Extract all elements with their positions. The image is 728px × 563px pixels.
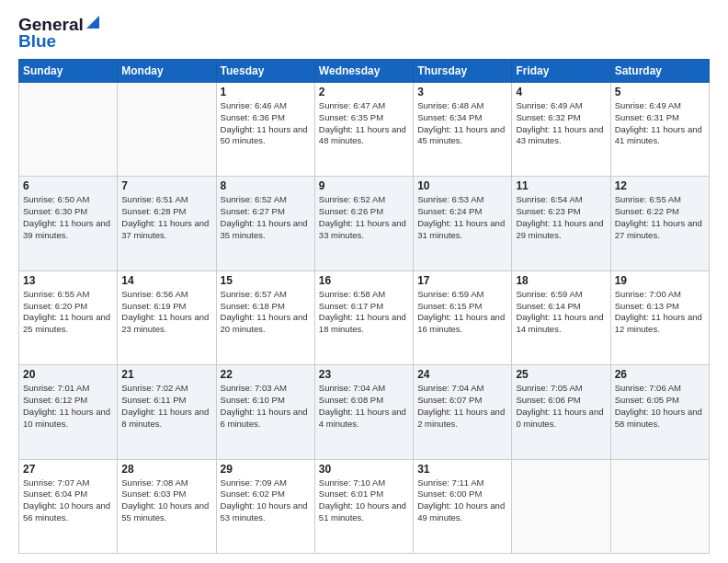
sunset-text: Sunset: 6:22 PM bbox=[615, 206, 679, 216]
day-number: 9 bbox=[319, 179, 409, 192]
sunrise-text: Sunrise: 7:06 AM bbox=[615, 383, 681, 393]
sunrise-text: Sunrise: 7:09 AM bbox=[221, 477, 287, 488]
cell-data: Sunrise: 6:55 AMSunset: 6:20 PMDaylight:… bbox=[23, 289, 113, 336]
daylight-text: Daylight: 11 hours and 29 minutes. bbox=[516, 218, 603, 240]
daylight-text: Daylight: 11 hours and 20 minutes. bbox=[221, 312, 308, 334]
daylight-text: Daylight: 11 hours and 35 minutes. bbox=[221, 218, 308, 240]
day-number: 27 bbox=[23, 463, 113, 476]
sunset-text: Sunset: 6:06 PM bbox=[516, 395, 580, 405]
cell-data: Sunrise: 7:09 AMSunset: 6:02 PMDaylight:… bbox=[221, 477, 311, 524]
sunrise-text: Sunrise: 6:58 AM bbox=[319, 289, 385, 299]
daylight-text: Daylight: 11 hours and 16 minutes. bbox=[417, 312, 505, 334]
sunrise-text: Sunrise: 6:55 AM bbox=[23, 289, 89, 299]
day-number: 23 bbox=[319, 368, 409, 381]
sunrise-text: Sunrise: 7:03 AM bbox=[221, 383, 287, 393]
daylight-text: Daylight: 11 hours and 41 minutes. bbox=[615, 124, 702, 146]
calendar-cell: 4Sunrise: 6:49 AMSunset: 6:32 PMDaylight… bbox=[512, 83, 610, 177]
day-number: 18 bbox=[516, 274, 606, 287]
calendar-cell: 9Sunrise: 6:52 AMSunset: 6:26 PMDaylight… bbox=[314, 177, 413, 270]
cell-data: Sunrise: 6:54 AMSunset: 6:23 PMDaylight:… bbox=[516, 194, 606, 241]
day-number: 28 bbox=[121, 463, 211, 476]
calendar-table: SundayMondayTuesdayWednesdayThursdayFrid… bbox=[18, 59, 710, 554]
daylight-text: Daylight: 11 hours and 31 minutes. bbox=[417, 218, 505, 240]
cell-data: Sunrise: 6:52 AMSunset: 6:26 PMDaylight:… bbox=[319, 194, 409, 241]
cell-data: Sunrise: 6:50 AMSunset: 6:30 PMDaylight:… bbox=[23, 194, 113, 241]
sunset-text: Sunset: 6:19 PM bbox=[121, 301, 186, 311]
calendar-cell bbox=[610, 459, 709, 553]
sunrise-text: Sunrise: 6:56 AM bbox=[121, 289, 188, 299]
calendar-week-row: 13Sunrise: 6:55 AMSunset: 6:20 PMDayligh… bbox=[19, 270, 710, 364]
calendar-cell bbox=[19, 83, 118, 177]
cell-data: Sunrise: 7:06 AMSunset: 6:05 PMDaylight:… bbox=[615, 383, 705, 430]
daylight-text: Daylight: 11 hours and 12 minutes. bbox=[615, 312, 702, 334]
cell-data: Sunrise: 7:04 AMSunset: 6:08 PMDaylight:… bbox=[319, 383, 409, 430]
cell-data: Sunrise: 6:56 AMSunset: 6:19 PMDaylight:… bbox=[121, 289, 211, 336]
day-number: 13 bbox=[23, 274, 113, 287]
sunset-text: Sunset: 6:00 PM bbox=[417, 488, 482, 499]
calendar-cell: 1Sunrise: 6:46 AMSunset: 6:36 PMDaylight… bbox=[216, 83, 314, 177]
day-number: 8 bbox=[221, 179, 311, 192]
day-number: 5 bbox=[615, 86, 705, 98]
sunset-text: Sunset: 6:26 PM bbox=[319, 206, 383, 216]
sunset-text: Sunset: 6:17 PM bbox=[319, 301, 383, 311]
daylight-text: Daylight: 11 hours and 27 minutes. bbox=[615, 218, 702, 240]
day-number: 24 bbox=[417, 368, 507, 381]
day-number: 6 bbox=[23, 179, 113, 192]
calendar-cell: 28Sunrise: 7:08 AMSunset: 6:03 PMDayligh… bbox=[118, 459, 216, 553]
cell-data: Sunrise: 7:03 AMSunset: 6:10 PMDaylight:… bbox=[221, 383, 311, 430]
sunrise-text: Sunrise: 7:02 AM bbox=[121, 383, 188, 393]
cell-data: Sunrise: 6:49 AMSunset: 6:32 PMDaylight:… bbox=[516, 100, 606, 147]
sunrise-text: Sunrise: 6:50 AM bbox=[23, 194, 89, 204]
daylight-text: Daylight: 10 hours and 49 minutes. bbox=[417, 500, 505, 523]
daylight-text: Daylight: 10 hours and 56 minutes. bbox=[23, 500, 110, 523]
daylight-text: Daylight: 11 hours and 50 minutes. bbox=[221, 124, 308, 146]
sunrise-text: Sunrise: 7:04 AM bbox=[319, 383, 385, 393]
cell-data: Sunrise: 6:58 AMSunset: 6:17 PMDaylight:… bbox=[319, 289, 409, 336]
sunset-text: Sunset: 6:13 PM bbox=[615, 301, 679, 311]
daylight-text: Daylight: 11 hours and 48 minutes. bbox=[319, 124, 406, 146]
day-number: 25 bbox=[516, 368, 606, 381]
day-number: 10 bbox=[417, 179, 507, 192]
sunset-text: Sunset: 6:10 PM bbox=[221, 395, 285, 405]
sunset-text: Sunset: 6:31 PM bbox=[615, 112, 679, 122]
day-of-week-header: Tuesday bbox=[216, 60, 314, 83]
calendar-cell: 23Sunrise: 7:04 AMSunset: 6:08 PMDayligh… bbox=[314, 365, 413, 459]
day-number: 22 bbox=[221, 368, 311, 381]
calendar-cell: 25Sunrise: 7:05 AMSunset: 6:06 PMDayligh… bbox=[512, 365, 610, 459]
sunset-text: Sunset: 6:04 PM bbox=[23, 488, 87, 499]
day-number: 17 bbox=[417, 274, 507, 287]
daylight-text: Daylight: 10 hours and 55 minutes. bbox=[121, 500, 209, 523]
sunset-text: Sunset: 6:23 PM bbox=[516, 206, 580, 216]
day-of-week-header: Monday bbox=[118, 60, 216, 83]
sunset-text: Sunset: 6:02 PM bbox=[221, 488, 285, 499]
sunset-text: Sunset: 6:28 PM bbox=[121, 206, 186, 216]
sunset-text: Sunset: 6:20 PM bbox=[23, 301, 87, 311]
calendar-cell: 29Sunrise: 7:09 AMSunset: 6:02 PMDayligh… bbox=[216, 459, 314, 553]
day-number: 20 bbox=[23, 368, 113, 381]
cell-data: Sunrise: 6:47 AMSunset: 6:35 PMDaylight:… bbox=[319, 100, 409, 147]
calendar-cell: 20Sunrise: 7:01 AMSunset: 6:12 PMDayligh… bbox=[19, 365, 118, 459]
logo-blue-text: Blue bbox=[18, 31, 56, 52]
day-number: 7 bbox=[121, 179, 211, 192]
calendar-cell: 19Sunrise: 7:00 AMSunset: 6:13 PMDayligh… bbox=[610, 270, 709, 364]
day-number: 31 bbox=[417, 463, 507, 476]
sunrise-text: Sunrise: 6:53 AM bbox=[417, 194, 483, 204]
daylight-text: Daylight: 11 hours and 4 minutes. bbox=[319, 407, 406, 429]
calendar-cell: 6Sunrise: 6:50 AMSunset: 6:30 PMDaylight… bbox=[19, 177, 118, 270]
sunset-text: Sunset: 6:36 PM bbox=[221, 112, 285, 122]
calendar-cell bbox=[512, 459, 610, 553]
calendar-cell: 13Sunrise: 6:55 AMSunset: 6:20 PMDayligh… bbox=[19, 270, 118, 364]
day-number: 11 bbox=[516, 179, 606, 192]
calendar-cell: 3Sunrise: 6:48 AMSunset: 6:34 PMDaylight… bbox=[414, 83, 512, 177]
calendar-cell: 10Sunrise: 6:53 AMSunset: 6:24 PMDayligh… bbox=[414, 177, 512, 270]
sunrise-text: Sunrise: 6:52 AM bbox=[319, 194, 385, 204]
sunrise-text: Sunrise: 6:47 AM bbox=[319, 100, 385, 110]
calendar-week-row: 1Sunrise: 6:46 AMSunset: 6:36 PMDaylight… bbox=[19, 83, 710, 177]
cell-data: Sunrise: 6:59 AMSunset: 6:15 PMDaylight:… bbox=[417, 289, 507, 336]
daylight-text: Daylight: 10 hours and 53 minutes. bbox=[221, 500, 308, 523]
sunrise-text: Sunrise: 7:08 AM bbox=[121, 477, 188, 488]
sunset-text: Sunset: 6:08 PM bbox=[319, 395, 383, 405]
calendar-cell bbox=[118, 83, 216, 177]
sunset-text: Sunset: 6:07 PM bbox=[417, 395, 482, 405]
sunrise-text: Sunrise: 6:52 AM bbox=[221, 194, 287, 204]
